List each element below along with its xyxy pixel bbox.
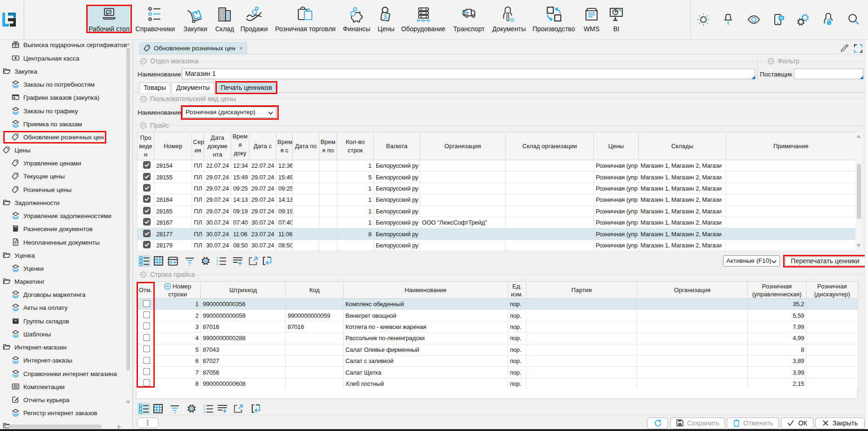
svg-text:2: 2: [203, 407, 205, 410]
svg-text:3: 3: [203, 410, 205, 414]
svg-text:1: 1: [216, 256, 218, 260]
svg-text:2: 2: [216, 260, 218, 263]
svg-text:3: 3: [216, 263, 218, 266]
svg-text:1: 1: [203, 404, 205, 407]
